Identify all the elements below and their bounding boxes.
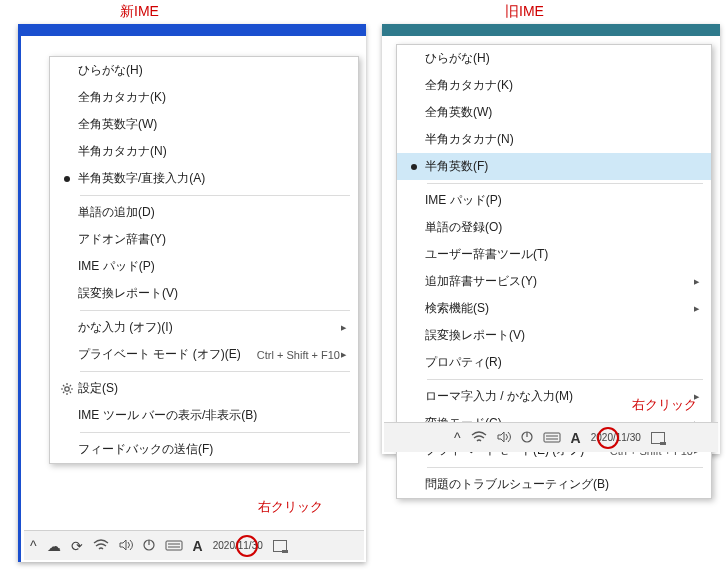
menu-item-label: かな入力 (オフ)(I) (78, 319, 340, 336)
new-ime-taskbar: ^ ☁ ⟳ A 2020/11/30 (24, 530, 364, 560)
tray-chevron-icon[interactable]: ^ (30, 538, 37, 554)
menu-item-label: 設定(S) (78, 380, 348, 397)
old-ime-menu-item[interactable]: ひらがな(H) (397, 45, 711, 72)
old-ime-menu-item[interactable]: プロパティ(R) (397, 349, 711, 376)
speaker-icon[interactable] (497, 430, 511, 446)
new-ime-menu-item[interactable]: フィードバックの送信(F) (50, 436, 358, 463)
menu-separator (80, 371, 350, 372)
new-ime-frame: ひらがな(H)全角カタカナ(K)全角英数字(W)半角カタカナ(N)半角英数字/直… (18, 24, 366, 562)
new-ime-menu-item[interactable]: アドオン辞書(Y) (50, 226, 358, 253)
menu-item-shortcut: Ctrl + Shift + F10 (257, 349, 340, 361)
new-ime-menu-item[interactable]: IME パッド(P) (50, 253, 358, 280)
menu-item-label: 半角英数字/直接入力(A) (78, 170, 348, 187)
ime-indicator[interactable]: A (571, 430, 581, 446)
new-ime-menu-item[interactable]: IME ツール バーの表示/非表示(B) (50, 402, 358, 429)
annotation-right-click-right: 右クリック (632, 396, 697, 414)
ime-indicator[interactable]: A (193, 538, 203, 554)
power-icon[interactable] (521, 430, 533, 446)
menu-item-label: 全角カタカナ(K) (78, 89, 348, 106)
old-ime-menu-item[interactable]: 単語の登録(O) (397, 214, 711, 241)
svg-rect-16 (544, 433, 560, 442)
new-ime-menu-item[interactable]: 設定(S) (50, 375, 358, 402)
menu-item-label: 追加辞書サービス(Y) (425, 273, 693, 290)
speaker-icon[interactable] (119, 538, 133, 554)
menu-item-label: 単語の追加(D) (78, 204, 348, 221)
cloud-icon[interactable]: ☁ (47, 538, 61, 554)
chevron-right-icon: ▶ (341, 324, 347, 332)
annotation-right-click-left: 右クリック (258, 498, 323, 516)
menu-item-label: 半角カタカナ(N) (78, 143, 348, 160)
old-ime-menu-item[interactable]: 誤変換レポート(V) (397, 322, 711, 349)
menu-separator (427, 379, 703, 380)
menu-item-label: 検索機能(S) (425, 300, 693, 317)
new-ime-menu-item[interactable]: 半角カタカナ(N) (50, 138, 358, 165)
old-ime-menu-item[interactable]: IME パッド(P) (397, 187, 711, 214)
new-ime-menu-item[interactable]: ひらがな(H) (50, 57, 358, 84)
new-ime-menu-item[interactable]: かな入力 (オフ)(I)▶ (50, 314, 358, 341)
new-ime-menu-item[interactable]: 全角英数字(W) (50, 111, 358, 138)
tray-chevron-icon[interactable]: ^ (454, 430, 461, 446)
power-icon[interactable] (143, 538, 155, 554)
new-ime-menu-item[interactable]: 誤変換レポート(V) (50, 280, 358, 307)
menu-item-label: 問題のトラブルシューティング(B) (425, 476, 701, 493)
menu-separator (80, 310, 350, 311)
clock-date: 2020/11/30 (591, 432, 641, 443)
chevron-right-icon: ▶ (341, 351, 347, 359)
title-new-ime: 新IME (120, 3, 159, 21)
menu-item-label: 単語の登録(O) (425, 219, 701, 236)
menu-item-label: IME パッド(P) (78, 258, 348, 275)
menu-item-label: ひらがな(H) (425, 50, 701, 67)
title-old-ime: 旧IME (505, 3, 544, 21)
menu-item-label: プロパティ(R) (425, 354, 701, 371)
menu-item-label: IME パッド(P) (425, 192, 701, 209)
menu-separator (80, 195, 350, 196)
taskbar-clock[interactable]: 2020/11/30 (591, 432, 641, 443)
menu-item-label: 全角英数字(W) (78, 116, 348, 133)
old-ime-frame: ひらがな(H)全角カタカナ(K)全角英数(W)半角カタカナ(N)半角英数(F)I… (382, 24, 720, 454)
menu-separator (427, 183, 703, 184)
svg-line-6 (70, 391, 71, 392)
menu-item-label: IME ツール バーの表示/非表示(B) (78, 407, 348, 424)
menu-item-label: 全角カタカナ(K) (425, 77, 701, 94)
old-ime-menu-item[interactable]: 問題のトラブルシューティング(B) (397, 471, 711, 498)
old-ime-menu-item[interactable]: 全角英数(W) (397, 99, 711, 126)
wifi-icon[interactable] (471, 430, 487, 446)
menu-separator (80, 432, 350, 433)
new-ime-menu-item[interactable]: 半角英数字/直接入力(A) (50, 165, 358, 192)
bullet-icon (403, 164, 425, 170)
menu-item-label: フィードバックの送信(F) (78, 441, 348, 458)
clock-date: 2020/11/30 (213, 540, 263, 551)
old-ime-menu-item[interactable]: ユーザー辞書ツール(T) (397, 241, 711, 268)
old-ime-menu-item[interactable]: 半角英数(F) (397, 153, 711, 180)
keyboard-icon[interactable] (165, 538, 183, 554)
new-ime-context-menu: ひらがな(H)全角カタカナ(K)全角英数字(W)半角カタカナ(N)半角英数字/直… (49, 56, 359, 464)
menu-item-label: アドオン辞書(Y) (78, 231, 348, 248)
wifi-icon[interactable] (93, 538, 109, 554)
new-ime-menu-item[interactable]: 全角カタカナ(K) (50, 84, 358, 111)
menu-item-label: 半角英数(F) (425, 158, 701, 175)
bullet-icon (56, 176, 78, 182)
svg-point-0 (65, 386, 69, 390)
menu-item-label: 全角英数(W) (425, 104, 701, 121)
notification-icon[interactable] (273, 540, 287, 552)
svg-line-5 (63, 385, 64, 386)
notification-icon[interactable] (651, 432, 665, 444)
menu-item-label: ひらがな(H) (78, 62, 348, 79)
menu-item-label: 誤変換レポート(V) (78, 285, 348, 302)
new-ime-menu-item[interactable]: プライベート モード (オフ)(E)Ctrl + Shift + F10▶ (50, 341, 358, 368)
menu-item-label: プライベート モード (オフ)(E) (78, 346, 241, 363)
menu-separator (427, 467, 703, 468)
svg-rect-11 (166, 541, 182, 550)
old-ime-menu-item[interactable]: 追加辞書サービス(Y)▶ (397, 268, 711, 295)
svg-line-7 (63, 391, 64, 392)
sync-icon[interactable]: ⟳ (71, 538, 83, 554)
keyboard-icon[interactable] (543, 430, 561, 446)
old-ime-menu-item[interactable]: 検索機能(S)▶ (397, 295, 711, 322)
old-ime-menu-item[interactable]: 半角カタカナ(N) (397, 126, 711, 153)
new-ime-menu-item[interactable]: 単語の追加(D) (50, 199, 358, 226)
old-ime-taskbar: ^ A 2020/11/30 (384, 422, 718, 452)
chevron-right-icon: ▶ (694, 305, 700, 313)
taskbar-clock[interactable]: 2020/11/30 (213, 540, 263, 551)
old-ime-menu-item[interactable]: 全角カタカナ(K) (397, 72, 711, 99)
gear-icon (56, 383, 78, 395)
